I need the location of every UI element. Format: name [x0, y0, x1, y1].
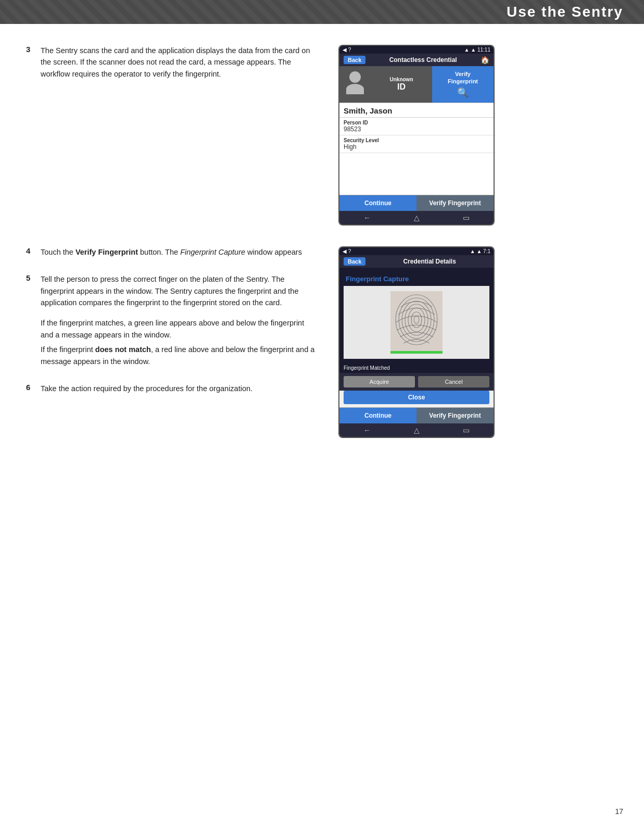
fp-image — [390, 291, 443, 354]
person-name: Smith, Jason — [339, 103, 494, 118]
unknown-id-button[interactable]: Unknown ID — [371, 66, 432, 103]
fp-acquire-cancel-buttons: Acquire Cancel — [339, 373, 494, 391]
phone1-continue-button[interactable]: Continue — [339, 195, 416, 211]
phone1-back-button[interactable]: Back — [344, 56, 365, 64]
phone2-mockup: ◀ ? ▲ ▲ 7:1 Back Credential Details Fing… — [338, 246, 495, 438]
phone2-back-button[interactable]: Back — [344, 257, 365, 266]
fingerprint-icon: 🔍 — [457, 87, 469, 98]
unknown-id-label-top: Unknown — [390, 77, 413, 82]
android-back-icon[interactable]: ← — [363, 214, 371, 222]
step5-if1: If the fingerprint matches, a green line… — [41, 317, 318, 341]
step5-if2-after: , a red line above and below the fingerp… — [41, 345, 314, 365]
phone2-android-home-icon[interactable]: △ — [414, 426, 420, 434]
status-left: ◀ ? — [343, 47, 351, 53]
step3-number: 3 — [26, 45, 34, 80]
person-id-field: Person ID 98523 — [339, 118, 494, 135]
android-recent-icon[interactable]: ▭ — [463, 214, 470, 222]
phone1-verify-fp-button[interactable]: Verify Fingerprint — [416, 195, 494, 211]
avatar-body — [346, 84, 364, 94]
phone1-id-section: Unknown ID Verify Fingerprint 🔍 — [339, 66, 494, 103]
phone2-continue-button[interactable]: Continue — [339, 408, 416, 423]
phone1-empty-space — [339, 153, 494, 195]
steps456-section: 4 Touch the Verify Fingerprint button. T… — [0, 246, 644, 459]
header-bar: Use the Sentry — [0, 0, 644, 24]
step4-text: Touch the Verify Fingerprint button. The… — [41, 246, 302, 258]
unknown-id-label-big: ID — [397, 82, 406, 92]
page-number: 17 — [615, 807, 623, 816]
phone1-avatar — [339, 66, 371, 103]
phone1-nav-title: Contactless Credential — [370, 56, 476, 64]
fp-capture-area: Fingerprint Capture — [339, 268, 494, 363]
phone1-android-nav: ← △ ▭ — [339, 211, 494, 224]
step5-number: 5 — [26, 273, 34, 367]
phone2-verify-fp-button[interactable]: Verify Fingerprint — [416, 408, 494, 423]
phone2-android-recent-icon[interactable]: ▭ — [463, 426, 470, 434]
verify-fingerprint-button-top[interactable]: Verify Fingerprint 🔍 — [432, 66, 494, 103]
phone2-android-nav: ← △ ▭ — [339, 423, 494, 437]
step4-bold: Verify Fingerprint — [75, 248, 138, 256]
phone2-status-signal: ▲ ▲ 7:1 — [470, 248, 490, 254]
phone2-status-bar: ◀ ? ▲ ▲ 7:1 — [339, 247, 494, 255]
fp-image-container — [344, 286, 489, 359]
step5-block: 5 Tell the person to press the correct f… — [26, 273, 318, 367]
phone2-bottom-buttons: Continue Verify Fingerprint — [339, 407, 494, 423]
avatar-silhouette — [345, 71, 365, 97]
phone1-home-icon: 🏠 — [481, 56, 489, 64]
close-button[interactable]: Close — [344, 391, 489, 404]
phone2-nav-bar: Back Credential Details — [339, 255, 494, 268]
step6-text: Take the action required by the procedur… — [41, 383, 252, 394]
security-level-label: Security Level — [344, 137, 489, 143]
step4-number: 4 — [26, 246, 34, 258]
step6-block: 6 Take the action required by the proced… — [26, 383, 318, 394]
verify-fp-label: Verify Fingerprint — [448, 70, 478, 85]
svg-rect-0 — [390, 291, 443, 354]
avatar-head — [349, 71, 361, 83]
phone1-bottom-buttons: Continue Verify Fingerprint — [339, 195, 494, 211]
person-id-label: Person ID — [344, 120, 489, 126]
security-level-value: High — [344, 143, 489, 151]
page-title: Use the Sentry — [507, 4, 623, 20]
phone2-android-back-icon[interactable]: ← — [363, 426, 371, 434]
step5-if2-bold: does not match — [95, 345, 151, 354]
cancel-button[interactable]: Cancel — [418, 376, 489, 387]
step5-text: Tell the person to press the correct fin… — [41, 275, 298, 307]
phone2-status-left: ◀ ? — [343, 248, 351, 254]
android-home-icon[interactable]: △ — [414, 214, 420, 222]
step3-text: The Sentry scans the card and the applic… — [41, 45, 318, 80]
fp-capture-title: Fingerprint Capture — [344, 272, 489, 286]
step3-block: 3 The Sentry scans the card and the appl… — [26, 45, 318, 80]
phone1-status-bar: ◀ ? ▲ ▲ 11:11 — [339, 46, 494, 54]
step3-section: 3 The Sentry scans the card and the appl… — [0, 24, 644, 246]
acquire-button[interactable]: Acquire — [344, 376, 415, 387]
status-signal: ▲ ▲ 11:11 — [464, 47, 490, 53]
step4-block: 4 Touch the Verify Fingerprint button. T… — [26, 246, 318, 258]
fingerprint-match-line — [390, 351, 443, 354]
person-id-value: 98523 — [344, 126, 489, 133]
phone2-column: ◀ ? ▲ ▲ 7:1 Back Credential Details Fing… — [338, 246, 500, 438]
step4-italic: Fingerprint Capture — [180, 248, 245, 256]
step5-if2: If the fingerprint does not match, a red… — [41, 344, 318, 367]
phone1-mockup: ◀ ? ▲ ▲ 11:11 Back Contactless Credentia… — [338, 45, 495, 226]
fingerprint-svg — [390, 291, 443, 354]
left-column: 3 The Sentry scans the card and the appl… — [26, 45, 318, 226]
step6-number: 6 — [26, 383, 34, 394]
phone1-nav-bar: Back Contactless Credential 🏠 — [339, 54, 494, 66]
second-left-column: 4 Touch the Verify Fingerprint button. T… — [26, 246, 318, 438]
security-level-field: Security Level High — [339, 135, 494, 153]
phone2-nav-title: Credential Details — [370, 258, 489, 265]
phone1-column: ◀ ? ▲ ▲ 11:11 Back Contactless Credentia… — [338, 45, 500, 226]
id-buttons: Unknown ID Verify Fingerprint 🔍 — [371, 66, 494, 103]
fp-matched-text: Fingerprint Matched — [339, 363, 494, 373]
